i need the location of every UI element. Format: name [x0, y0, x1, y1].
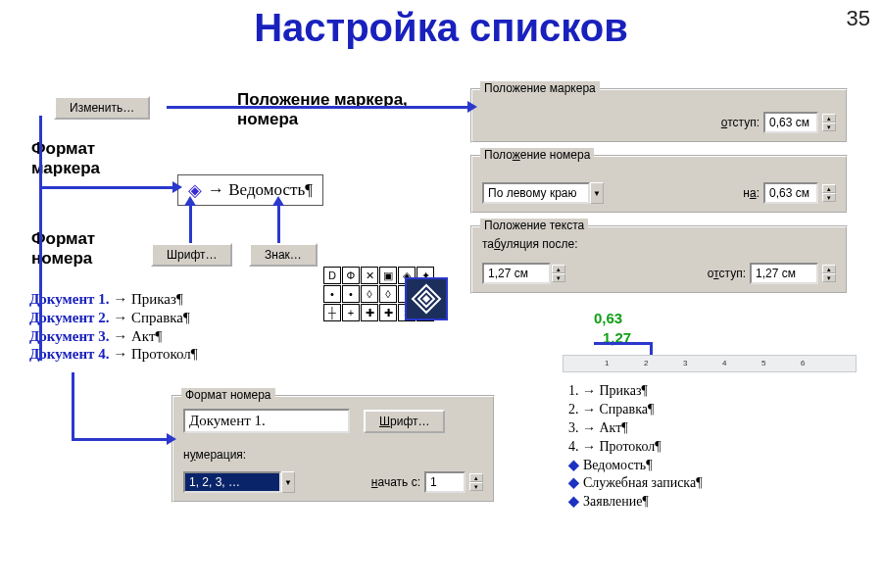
list-item: Документ 4. → Протокол¶ [29, 345, 198, 364]
ruler: 1 2 3 4 5 6 [563, 355, 857, 372]
ruler-arrow [594, 342, 653, 345]
text-indent-label: отступ:отступ: [708, 267, 746, 280]
at-label: на:на: [743, 186, 760, 200]
diamond-icon: ◆ [568, 457, 579, 475]
list-item: ◆Служебная записка¶ [568, 474, 703, 493]
arrow-head-icon [467, 101, 477, 113]
list-item: Документ 3. → Акт¶ [29, 327, 198, 346]
marker-sample-box: ◈ → Ведомость¶ [177, 174, 323, 206]
spinner[interactable]: ▴▾ [822, 184, 836, 202]
arrow [39, 116, 42, 361]
font-button[interactable]: Шрифт… [151, 243, 232, 267]
label-format-marker: Формат маркера [31, 139, 149, 178]
format-value-input[interactable]: Документ 1. [183, 409, 350, 433]
arrow-head-icon [272, 196, 284, 206]
numbering-dropdown[interactable]: 1, 2, 3, … ▼ [183, 471, 295, 493]
panel-number-position: Положение номераПоложение номера По лево… [470, 155, 848, 214]
panel-legend: Положение номераПоложение номера [480, 148, 594, 162]
panel-format-number: Формат номера Документ 1. Шрифт…Шрифт… н… [172, 395, 495, 503]
panel-legend: Формат номера [181, 388, 275, 402]
list-item: Документ 2. → Справка¶ [29, 309, 198, 327]
diamond-icon: ◆ [568, 474, 579, 493]
spinner[interactable]: ▴▾ [822, 114, 836, 131]
panel-text-position: Положение текста табуляция после:табуляц… [470, 225, 848, 294]
result-list: 1. → Приказ¶ 2. → Справка¶ 3. → Акт¶ 4. … [568, 382, 703, 512]
change-button[interactable]: Изменить… [54, 96, 150, 120]
tab-after-label: табуляция после:табуляция после: [482, 237, 577, 251]
marker-indent-input[interactable]: 0,63 см [763, 112, 818, 133]
list-item: 1. → Приказ¶ [568, 382, 703, 401]
label-format-number: Формат номера [31, 229, 149, 269]
indent-label: оотступ:тступ: [721, 116, 760, 129]
spinner[interactable]: ▴▾ [552, 265, 565, 282]
font-button-2[interactable]: Шрифт…Шрифт… [364, 410, 445, 433]
arrow-head-icon [172, 181, 182, 193]
spinner[interactable]: ▴▾ [822, 265, 836, 282]
marker-sample-text: → Ведомость¶ [208, 180, 313, 200]
arrow [167, 106, 470, 109]
number-at-input[interactable]: 0,63 см [763, 182, 818, 204]
list-item: ◆Заявление¶ [568, 493, 703, 512]
symbol-chip-selected [405, 277, 448, 320]
diamond-icon: ◆ [568, 493, 579, 512]
align-dropdown[interactable]: По левому краю ▼ [482, 182, 604, 204]
text-indent-input[interactable]: 1,27 см [750, 263, 818, 284]
numbering-label: нумерация:нумерация: [183, 448, 246, 462]
panel-marker-position: Положение маркера оотступ:тступ: 0,63 см… [470, 88, 848, 143]
tab-after-input[interactable]: 1,27 см [482, 263, 551, 284]
list-item: 2. → Справка¶ [568, 401, 703, 419]
spinner[interactable]: ▴▾ [469, 473, 483, 491]
page-title: Настройка списков [0, 6, 882, 50]
arrow [72, 372, 74, 441]
list-item: ◆Ведомость¶ [568, 457, 703, 475]
panel-legend: Положение текста [480, 219, 588, 232]
list-item: Документ 1. → Приказ¶ [29, 290, 198, 309]
label-marker-position: Положение маркера, номера [237, 90, 448, 129]
arrow-head-icon [184, 196, 196, 206]
list-item: 4. → Протокол¶ [568, 438, 703, 457]
panel-legend: Положение маркера [480, 81, 600, 95]
ruler-mark-1: 0,63 [594, 310, 622, 326]
list-item: 3. → Акт¶ [568, 419, 703, 438]
start-input[interactable]: 1 [424, 471, 466, 493]
arrow [277, 204, 280, 243]
doc-list: Документ 1. → Приказ¶ Документ 2. → Спра… [29, 290, 198, 364]
arrow [72, 438, 170, 441]
ruler-arrow-down [650, 342, 653, 356]
arrow [42, 186, 175, 189]
symbol-button[interactable]: Знак… [249, 243, 318, 267]
arrow [189, 204, 192, 243]
start-label: начать с:начать с: [371, 475, 420, 489]
arrow-head-icon [167, 433, 176, 445]
